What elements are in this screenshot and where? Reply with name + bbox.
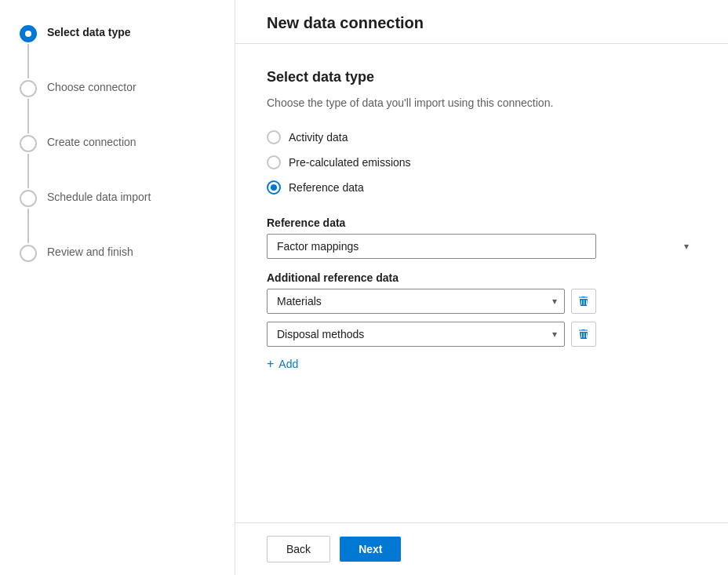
add-icon: + [267, 358, 274, 370]
additional-reference-label: Additional reference data [267, 271, 697, 284]
step-circle-2 [20, 80, 37, 97]
radio-precalculated-emissions[interactable]: Pre-calculated emissions [267, 155, 697, 169]
step-line-1 [27, 44, 29, 78]
additional-dropdown-wrapper-1: Disposal methods Materials Factor mappin… [267, 322, 565, 347]
step-circle-3 [20, 135, 37, 152]
content-area: New data connection Select data type Cho… [235, 0, 728, 575]
delete-button-0[interactable] [571, 289, 596, 314]
content-header: New data connection [235, 0, 728, 44]
sidebar-item-review-and-finish[interactable]: Review and finish [19, 245, 216, 262]
additional-ref-item-0: Materials Factor mappings Disposal metho… [267, 289, 697, 314]
radio-label-precalculated: Pre-calculated emissions [289, 156, 411, 169]
radio-activity-data[interactable]: Activity data [267, 130, 697, 144]
step-line-3 [27, 154, 29, 188]
additional-dropdown-0[interactable]: Materials Factor mappings Disposal metho… [267, 289, 565, 314]
radio-reference-data[interactable]: Reference data [267, 180, 697, 195]
additional-dropdown-1[interactable]: Disposal methods Materials Factor mappin… [267, 322, 565, 347]
content-body: Select data type Choose the type of data… [235, 44, 728, 522]
add-label: Add [278, 358, 298, 370]
radio-label-reference: Reference data [289, 181, 364, 194]
next-button[interactable]: Next [340, 537, 401, 562]
radio-circle-reference [267, 180, 281, 195]
content-footer: Back Next [235, 522, 728, 575]
sidebar-item-choose-connector[interactable]: Choose connector [19, 80, 216, 135]
step-line-4 [27, 209, 29, 243]
reference-data-field: Reference data Factor mappings Custom fa… [267, 217, 697, 259]
sidebar: Select data type Choose connector Create… [0, 0, 235, 575]
radio-label-activity: Activity data [289, 131, 348, 144]
additional-dropdown-wrapper-0: Materials Factor mappings Disposal metho… [267, 289, 565, 314]
additional-reference-section: Additional reference data Materials Fact… [267, 271, 697, 373]
sidebar-item-schedule-data-import[interactable]: Schedule data import [19, 190, 216, 245]
radio-circle-activity [267, 130, 281, 144]
sidebar-item-create-connection[interactable]: Create connection [19, 135, 216, 190]
step-label-3: Create connection [47, 135, 136, 148]
step-line-2 [27, 99, 29, 133]
radio-circle-precalculated [267, 155, 281, 169]
step-label-2: Choose connector [47, 80, 136, 93]
step-label-5: Review and finish [47, 245, 133, 258]
data-type-radio-group: Activity data Pre-calculated emissions R… [267, 130, 697, 195]
add-button[interactable]: + Add [267, 355, 298, 373]
reference-data-field-label: Reference data [267, 217, 697, 229]
chevron-down-icon: ▾ [684, 241, 689, 252]
section-title: Select data type [267, 69, 697, 86]
step-circle-1 [20, 25, 37, 42]
additional-ref-item-1: Disposal methods Materials Factor mappin… [267, 322, 697, 347]
back-button[interactable]: Back [267, 536, 330, 562]
section-description: Choose the type of data you'll import us… [267, 95, 596, 111]
page-title: New data connection [267, 14, 697, 32]
sidebar-item-select-data-type[interactable]: Select data type [19, 25, 216, 80]
delete-button-1[interactable] [571, 322, 596, 347]
step-circle-4 [20, 190, 37, 207]
reference-data-dropdown-wrapper: Factor mappings Custom factors Spend dat… [267, 234, 697, 259]
reference-data-dropdown[interactable]: Factor mappings Custom factors Spend dat… [267, 234, 596, 259]
step-label-4: Schedule data import [47, 190, 151, 203]
step-label-1: Select data type [47, 25, 131, 38]
step-circle-5 [20, 245, 37, 262]
